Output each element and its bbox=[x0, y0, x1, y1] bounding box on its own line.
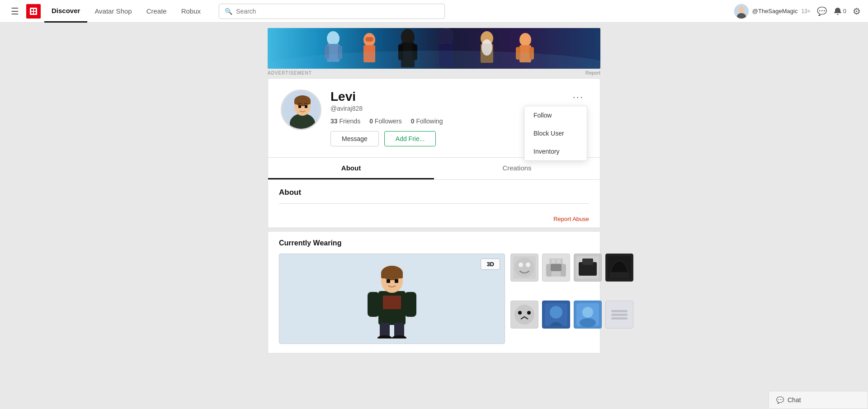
svg-rect-4 bbox=[34, 12, 36, 14]
dropdown-item-block-user[interactable]: Block User bbox=[524, 124, 587, 142]
svg-point-74 bbox=[580, 318, 596, 327]
svg-point-69 bbox=[527, 311, 531, 315]
items-grid bbox=[510, 254, 633, 344]
svg-rect-77 bbox=[611, 314, 627, 316]
item-box-3[interactable] bbox=[574, 254, 602, 282]
svg-point-29 bbox=[268, 51, 600, 69]
about-title: About bbox=[279, 188, 589, 197]
ad-label: ADVERTISEMENT bbox=[268, 71, 312, 75]
svg-rect-41 bbox=[387, 279, 390, 283]
nav-link-robux[interactable]: Robux bbox=[174, 0, 208, 23]
svg-rect-36 bbox=[305, 105, 307, 108]
nav-link-create[interactable]: Create bbox=[139, 0, 174, 23]
svg-rect-76 bbox=[611, 310, 627, 312]
svg-rect-60 bbox=[551, 264, 561, 271]
svg-rect-65 bbox=[609, 272, 629, 278]
profile-avatar bbox=[281, 89, 321, 130]
dropdown-item-inventory[interactable]: Inventory bbox=[524, 142, 587, 160]
svg-rect-34 bbox=[294, 100, 311, 104]
currently-wearing-section: Currently Wearing 3D bbox=[268, 228, 600, 353]
avatar-3d-box: 3D bbox=[279, 254, 505, 344]
hamburger-icon[interactable]: ☰ bbox=[7, 4, 23, 19]
item-box-2[interactable] bbox=[542, 254, 570, 282]
profile-followers[interactable]: 0 Followers bbox=[369, 118, 402, 125]
avatar bbox=[734, 4, 749, 19]
profile-card: Levi @aviraj828 33 Friends 0 Followers 0… bbox=[268, 78, 600, 158]
options-menu-container: ··· Follow Block User Inventory bbox=[569, 89, 587, 105]
topnav: ☰ Discover Avatar Shop Create Robux 🔍 @T… bbox=[0, 0, 868, 23]
svg-rect-14 bbox=[365, 37, 373, 42]
search-input[interactable] bbox=[236, 8, 439, 15]
item-box-4[interactable] bbox=[605, 254, 633, 282]
svg-point-49 bbox=[392, 335, 406, 338]
svg-rect-3 bbox=[31, 12, 33, 14]
report-abuse-link[interactable]: Report Abuse bbox=[553, 216, 589, 222]
notification-icon[interactable]: 0 bbox=[833, 7, 846, 16]
svg-point-48 bbox=[377, 335, 392, 338]
chat-icon-small: 💬 bbox=[776, 396, 784, 404]
roblox-logo[interactable] bbox=[26, 4, 41, 19]
nav-age-badge: 13+ bbox=[801, 8, 810, 14]
svg-point-68 bbox=[518, 311, 522, 315]
svg-point-6 bbox=[739, 7, 744, 13]
svg-point-25 bbox=[519, 33, 531, 47]
item-box-5[interactable] bbox=[510, 301, 538, 329]
svg-rect-47 bbox=[383, 296, 401, 309]
tabs-row: About Creations bbox=[268, 158, 600, 180]
svg-point-21 bbox=[439, 29, 453, 45]
chat-bar[interactable]: 💬 Chat bbox=[769, 391, 868, 409]
svg-rect-35 bbox=[298, 105, 301, 108]
svg-rect-63 bbox=[582, 259, 593, 265]
item-box-1[interactable] bbox=[510, 254, 538, 282]
3d-toggle-button[interactable]: 3D bbox=[481, 259, 500, 270]
currently-wearing-title: Currently Wearing bbox=[279, 239, 589, 247]
svg-point-8 bbox=[327, 31, 340, 46]
item-box-7[interactable] bbox=[574, 301, 602, 329]
wearing-layout: 3D bbox=[279, 254, 589, 344]
nav-right: @TheSageMagic 13+ 💬 0 ⚙ bbox=[734, 4, 861, 19]
svg-point-53 bbox=[526, 263, 530, 267]
svg-rect-43 bbox=[368, 292, 379, 317]
svg-rect-0 bbox=[30, 8, 37, 15]
search-bar[interactable]: 🔍 bbox=[219, 4, 445, 19]
svg-rect-2 bbox=[34, 9, 36, 11]
item-box-6[interactable] bbox=[542, 301, 570, 329]
ad-report-link[interactable]: Report bbox=[585, 70, 600, 75]
three-dots-button[interactable]: ··· bbox=[569, 89, 587, 105]
tab-creations[interactable]: Creations bbox=[434, 158, 600, 179]
profile-following[interactable]: 0 Following bbox=[411, 118, 443, 125]
nav-links: Discover Avatar Shop Create Robux bbox=[44, 0, 208, 23]
svg-rect-78 bbox=[611, 317, 627, 320]
dropdown-menu: Follow Block User Inventory bbox=[524, 106, 587, 161]
tab-about[interactable]: About bbox=[268, 158, 434, 179]
bell-icon bbox=[833, 7, 842, 16]
about-section: About bbox=[268, 180, 600, 210]
report-row: Report Abuse bbox=[268, 210, 600, 227]
svg-point-67 bbox=[514, 305, 534, 324]
svg-point-71 bbox=[550, 306, 562, 319]
dropdown-item-follow[interactable]: Follow bbox=[524, 106, 587, 124]
item-box-8[interactable] bbox=[605, 301, 633, 329]
nav-user-info[interactable]: @TheSageMagic 13+ bbox=[734, 4, 811, 19]
svg-rect-59 bbox=[557, 259, 561, 263]
settings-icon[interactable]: ⚙ bbox=[853, 6, 861, 17]
notification-count: 0 bbox=[843, 8, 846, 14]
chat-label: Chat bbox=[788, 396, 801, 404]
message-button[interactable]: Message bbox=[330, 131, 379, 146]
nav-link-avatar-shop[interactable]: Avatar Shop bbox=[87, 0, 139, 23]
svg-point-51 bbox=[514, 258, 534, 277]
nav-link-discover[interactable]: Discover bbox=[44, 0, 87, 23]
svg-rect-1 bbox=[31, 9, 33, 11]
svg-rect-40 bbox=[381, 272, 403, 278]
svg-rect-42 bbox=[395, 279, 398, 283]
ad-banner bbox=[268, 28, 600, 69]
add-friend-button[interactable]: Add Frie... bbox=[384, 131, 436, 146]
svg-point-52 bbox=[519, 263, 523, 267]
nav-username: @TheSageMagic bbox=[752, 8, 798, 14]
chat-icon[interactable]: 💬 bbox=[817, 6, 827, 16]
svg-rect-44 bbox=[405, 292, 416, 317]
svg-point-73 bbox=[582, 307, 593, 318]
svg-rect-58 bbox=[552, 259, 555, 263]
profile-friends[interactable]: 33 Friends bbox=[330, 118, 360, 125]
search-icon: 🔍 bbox=[225, 8, 232, 15]
